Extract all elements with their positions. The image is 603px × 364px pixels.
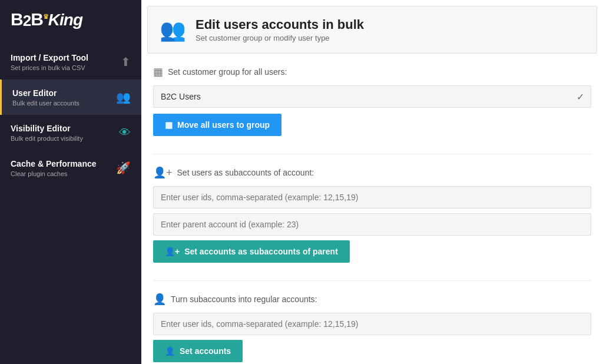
subaccount-user-ids-input[interactable] [153, 313, 591, 335]
move-all-users-button[interactable]: ▦ Move all users to group [153, 114, 281, 136]
sidebar: B2B♛King Import / Export Tool Set prices… [0, 0, 141, 364]
page-title: Edit users accounts in bulk [196, 17, 364, 32]
add-user-icon: 👤+ [153, 166, 173, 179]
divider-1 [153, 154, 591, 154]
customer-group-select[interactable]: B2C Users B2B Users Wholesale Retail VIP [153, 85, 591, 108]
upload-cloud-icon: ⬆ [121, 55, 131, 69]
page-header-text: Edit users accounts in bulk Set customer… [196, 17, 364, 42]
logo: B2B♛King [0, 0, 141, 41]
set-customer-group-section: ▦ Set customer group for all users: B2C … [153, 65, 591, 136]
set-accounts-button[interactable]: 👤 Set accounts [153, 340, 243, 362]
sidebar-item-visibility-editor-title: Visibility Editor [11, 123, 114, 134]
sidebar-item-visibility-editor[interactable]: Visibility Editor Bulk edit product visi… [0, 115, 141, 150]
rocket-icon: 🚀 [116, 161, 131, 175]
sidebar-item-user-editor-title: User Editor [12, 88, 111, 98]
eye-icon: 👁 [119, 126, 131, 140]
page-subtitle: Set customer group or modify user type [196, 34, 364, 42]
sidebar-item-visibility-editor-subtitle: Bulk edit product visibility [11, 135, 114, 142]
move-users-icon: ▦ [165, 120, 173, 130]
page-header-icon: 👥 [160, 18, 186, 42]
page-header: 👥 Edit users accounts in bulk Set custom… [147, 6, 597, 54]
grid-icon: ▦ [153, 65, 163, 78]
sidebar-item-cache-performance-title: Cache & Performance [11, 158, 111, 169]
sidebar-item-user-editor-subtitle: Bulk edit user accounts [12, 100, 111, 107]
logo-text: B2B♛King [11, 9, 82, 30]
sidebar-item-import-export[interactable]: Import / Export Tool Set prices in bulk … [0, 44, 141, 80]
sidebar-item-cache-performance-subtitle: Clear plugin caches [11, 170, 111, 177]
set-group-label: ▦ Set customer group for all users: [153, 65, 591, 78]
content-area: ▦ Set customer group for all users: B2C … [141, 59, 603, 364]
user-ids-input[interactable] [153, 186, 591, 209]
set-subaccounts-icon: 👤+ [165, 247, 180, 256]
turn-subaccounts-label: 👤 Turn subaccounts into regular accounts… [153, 293, 591, 306]
sidebar-item-cache-performance[interactable]: Cache & Performance Clear plugin caches … [0, 150, 141, 186]
sidebar-item-import-export-title: Import / Export Tool [11, 52, 116, 63]
turn-subaccounts-section: 👤 Turn subaccounts into regular accounts… [153, 293, 591, 362]
customer-group-select-wrapper: B2C Users B2B Users Wholesale Retail VIP… [153, 85, 591, 108]
divider-2 [153, 280, 591, 281]
main-content: 👥 Edit users accounts in bulk Set custom… [141, 0, 603, 364]
sidebar-item-user-editor[interactable]: User Editor Bulk edit user accounts 👥 [0, 80, 141, 115]
set-subaccounts-section: 👤+ Set users as subaccounts of account: … [153, 166, 591, 263]
subaccounts-label: 👤+ Set users as subaccounts of account: [153, 166, 591, 179]
set-subaccounts-button[interactable]: 👤+ Set accounts as subaccounts of parent [153, 240, 350, 263]
parent-account-id-input[interactable] [153, 213, 591, 236]
nav-menu: Import / Export Tool Set prices in bulk … [0, 41, 141, 186]
sidebar-item-import-export-subtitle: Set prices in bulk via CSV [11, 64, 116, 71]
user-icon: 👤 [153, 293, 166, 306]
users-icon: 👥 [116, 90, 131, 104]
set-accounts-icon: 👤 [165, 346, 175, 356]
